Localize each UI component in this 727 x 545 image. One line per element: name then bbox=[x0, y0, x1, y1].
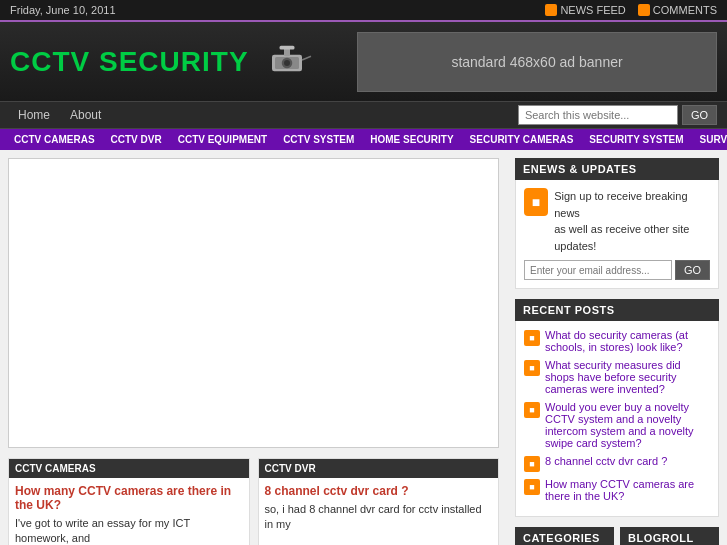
enews-row: ■ Sign up to receive breaking news as we… bbox=[524, 188, 710, 254]
recent-post-text: How many CCTV cameras are there in the U… bbox=[545, 478, 710, 502]
sidebar: ENEWS & UPDATES ■ Sign up to receive bre… bbox=[507, 150, 727, 545]
sub-nav-item[interactable]: CCTV SYSTEM bbox=[275, 129, 362, 150]
enews-rss-icon: ■ bbox=[524, 188, 548, 216]
main-nav: Home About GO bbox=[0, 102, 727, 129]
top-bar-right: NEWS FEED COMMENTS bbox=[545, 4, 717, 16]
email-input[interactable] bbox=[524, 260, 672, 280]
main-col: CCTV CAMERAS How many CCTV cameras are t… bbox=[0, 150, 507, 545]
recent-post-icon: ■ bbox=[524, 456, 540, 472]
news-feed-link[interactable]: NEWS FEED bbox=[545, 4, 625, 16]
sub-nav: CCTV CAMERASCCTV DVRCCTV EQUIPMENTCCTV S… bbox=[0, 129, 727, 150]
logo: CCTV SECURITY bbox=[10, 46, 249, 78]
sub-nav-item[interactable]: HOME SECURITY bbox=[362, 129, 461, 150]
enews-text: Sign up to receive breaking news as well… bbox=[554, 188, 710, 254]
sub-nav-item[interactable]: CCTV DVR bbox=[103, 129, 170, 150]
date-label: Friday, June 10, 2011 bbox=[10, 4, 116, 16]
categories-title: CATEGORIES bbox=[515, 527, 614, 545]
recent-post-icon: ■ bbox=[524, 479, 540, 495]
post-title[interactable]: 8 channel cctv dvr card ? bbox=[265, 484, 493, 498]
enews-widget: ENEWS & UPDATES ■ Sign up to receive bre… bbox=[515, 158, 719, 289]
blogroll-title: BLOGROLL bbox=[620, 527, 719, 545]
sub-nav-item[interactable]: SECURITY CAMERAS bbox=[462, 129, 582, 150]
recent-posts-title: RECENT POSTS bbox=[515, 299, 719, 321]
post-excerpt: I've got to write an essay for my ICT ho… bbox=[15, 516, 243, 545]
search-go-button[interactable]: GO bbox=[682, 105, 717, 125]
recent-post-item[interactable]: ■Would you ever buy a novelty CCTV syste… bbox=[524, 401, 710, 449]
post-category: CCTV DVR bbox=[259, 459, 499, 478]
sub-nav-item[interactable]: CCTV EQUIPMENT bbox=[170, 129, 275, 150]
post-card: CCTV CAMERAS How many CCTV cameras are t… bbox=[8, 458, 250, 545]
recent-post-item[interactable]: ■What security measures did shops have b… bbox=[524, 359, 710, 395]
recent-posts-body: ■What do security cameras (at schools, i… bbox=[515, 321, 719, 517]
nav-home[interactable]: Home bbox=[10, 102, 58, 128]
top-bar: Friday, June 10, 2011 NEWS FEED COMMENTS bbox=[0, 0, 727, 22]
nav-about[interactable]: About bbox=[62, 102, 109, 128]
svg-point-3 bbox=[284, 60, 290, 66]
recent-post-item[interactable]: ■How many CCTV cameras are there in the … bbox=[524, 478, 710, 502]
search-form: GO bbox=[518, 105, 717, 125]
email-form: GO bbox=[524, 260, 710, 280]
sub-nav-item[interactable]: SURVEILLANCE CAMERA bbox=[692, 129, 727, 150]
email-go-button[interactable]: GO bbox=[675, 260, 710, 280]
post-title[interactable]: How many CCTV cameras are there in the U… bbox=[15, 484, 243, 512]
post-category: CCTV CAMERAS bbox=[9, 459, 249, 478]
content-wrapper: CCTV CAMERAS How many CCTV cameras are t… bbox=[0, 150, 727, 545]
recent-post-text: 8 channel cctv dvr card ? bbox=[545, 455, 667, 467]
post-card: CCTV DVR 8 channel cctv dvr card ? so, i… bbox=[258, 458, 500, 545]
recent-post-icon: ■ bbox=[524, 360, 540, 376]
svg-rect-5 bbox=[279, 46, 294, 50]
recent-post-icon: ■ bbox=[524, 330, 540, 346]
post-excerpt: so, i had 8 channel dvr card for cctv in… bbox=[265, 502, 493, 533]
search-input[interactable] bbox=[518, 105, 678, 125]
ad-banner: standard 468x60 ad banner bbox=[357, 32, 717, 92]
rss-comments-icon bbox=[638, 4, 650, 16]
blogroll-widget: BLOGROLL cctv camerascctv systems bbox=[620, 527, 719, 545]
header: CCTV SECURITY standard 468x60 ad banner bbox=[0, 22, 727, 102]
comments-feed-link[interactable]: COMMENTS bbox=[638, 4, 717, 16]
sub-nav-item[interactable]: CCTV CAMERAS bbox=[6, 129, 103, 150]
recent-post-item[interactable]: ■8 channel cctv dvr card ? bbox=[524, 455, 710, 472]
featured-image-box bbox=[8, 158, 499, 448]
logo-camera bbox=[257, 40, 317, 83]
posts-grid: CCTV CAMERAS How many CCTV cameras are t… bbox=[8, 458, 499, 545]
logo-area: CCTV SECURITY bbox=[10, 40, 317, 83]
recent-post-text: Would you ever buy a novelty CCTV system… bbox=[545, 401, 710, 449]
sidebar-two-col: CATEGORIES CCTV CamerasCCTV DVRCCTV Equi… bbox=[515, 527, 719, 545]
recent-post-item[interactable]: ■What do security cameras (at schools, i… bbox=[524, 329, 710, 353]
recent-posts-widget: RECENT POSTS ■What do security cameras (… bbox=[515, 299, 719, 517]
rss-icon bbox=[545, 4, 557, 16]
categories-widget: CATEGORIES CCTV CamerasCCTV DVRCCTV Equi… bbox=[515, 527, 614, 545]
enews-title: ENEWS & UPDATES bbox=[515, 158, 719, 180]
recent-post-text: What security measures did shops have be… bbox=[545, 359, 710, 395]
nav-links: Home About bbox=[10, 102, 109, 128]
svg-line-6 bbox=[302, 56, 311, 60]
recent-post-text: What do security cameras (at schools, in… bbox=[545, 329, 710, 353]
sub-nav-item[interactable]: SECURITY SYSTEM bbox=[581, 129, 691, 150]
recent-post-icon: ■ bbox=[524, 402, 540, 418]
logo-text: CCTV SECURITY bbox=[10, 46, 249, 78]
enews-body: ■ Sign up to receive breaking news as we… bbox=[515, 180, 719, 289]
